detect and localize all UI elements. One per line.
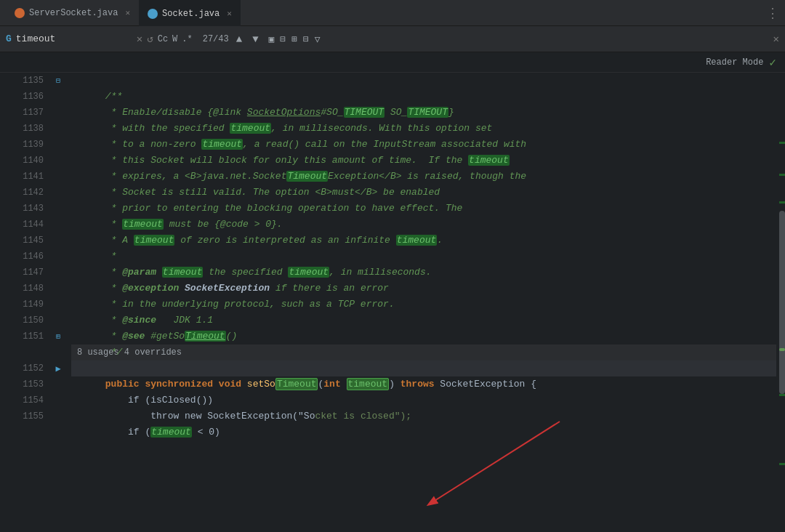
code-line-1149: * @since JDK 1.1 bbox=[71, 297, 776, 313]
token: */ bbox=[105, 347, 122, 358]
gutter-icon-1137 bbox=[51, 105, 65, 121]
code-content: /** * Enable/disable {@link SocketOption… bbox=[65, 73, 776, 532]
gutter-icon-1135[interactable]: ⊟ bbox=[51, 73, 65, 89]
code-line-1140: * expires, a <B>java.net.SocketTimeoutEx… bbox=[71, 153, 776, 169]
search-regex[interactable]: .* bbox=[182, 34, 192, 44]
gutter-icon-1151: ⊞ bbox=[51, 329, 65, 344]
line-num-1142: 1142 bbox=[0, 185, 44, 201]
line-num-1147: 1147 bbox=[0, 265, 44, 281]
line-num-1141: 1141 bbox=[0, 169, 44, 185]
fold-icon[interactable]: ⊟ bbox=[56, 76, 60, 85]
search-whole-word[interactable]: W bbox=[172, 34, 177, 44]
search-prev-button[interactable]: ▲ bbox=[233, 33, 245, 45]
code-line-1151: */ bbox=[71, 329, 776, 344]
line-num-1146: 1146 bbox=[0, 249, 44, 265]
code-line-1137: * with the specified timeout, in millise… bbox=[71, 105, 776, 121]
code-line-1138: * to a non-zero timeout, a read() call o… bbox=[71, 121, 776, 137]
code-line-1136: * Enable/disable {@link SocketOptions#SO… bbox=[71, 89, 776, 105]
tab-more-button[interactable]: ⋮ bbox=[766, 5, 779, 21]
tab-server-socket[interactable]: ServerSocket.java ✕ bbox=[6, 0, 139, 26]
tab-socket-label: Socket.java bbox=[162, 9, 220, 19]
reader-mode-button[interactable]: Reader Mode bbox=[706, 57, 763, 68]
search-options: ▣ ⊟ ⊞ ⊟ ▽ bbox=[269, 33, 321, 45]
line-num-1143: 1143 bbox=[0, 201, 44, 217]
line-num-1151: 1151 bbox=[0, 329, 44, 344]
scrollbar[interactable] bbox=[776, 73, 785, 532]
line-num-1149: 1149 bbox=[0, 297, 44, 313]
code-line-1146: * @param timeout the specified timeout, … bbox=[71, 249, 776, 265]
line-num-1144: 1144 bbox=[0, 217, 44, 233]
search-close-button[interactable]: ✕ bbox=[773, 33, 779, 45]
search-replace-button[interactable]: ↺ bbox=[147, 33, 153, 45]
code-line-1141: * Socket is still valid. The option <B>m… bbox=[71, 169, 776, 185]
line-num-1137: 1137 bbox=[0, 105, 44, 121]
gutter-icon-1142 bbox=[51, 185, 65, 201]
search-funnel-icon[interactable]: ▽ bbox=[315, 33, 321, 45]
search-clear-button[interactable]: ✕ bbox=[137, 33, 142, 45]
search-preserve-case-icon[interactable]: ⊟ bbox=[280, 33, 286, 45]
fold-end-icon[interactable]: ⊞ bbox=[56, 332, 60, 341]
search-in-selection-icon[interactable]: ▣ bbox=[269, 33, 275, 45]
code-line-1142: * prior to entering the blocking operati… bbox=[71, 185, 776, 201]
gutter-icon-1146 bbox=[51, 249, 65, 265]
code-line-1153: if (isClosed()) bbox=[71, 376, 776, 392]
code-line-1147: * @exception SocketException if there is… bbox=[71, 265, 776, 281]
tab-server-socket-close[interactable]: ✕ bbox=[125, 8, 130, 17]
gutter-icon-1143 bbox=[51, 201, 65, 217]
code-line-1135: /** bbox=[71, 73, 776, 89]
search-icon: G bbox=[6, 33, 12, 44]
svg-line-1 bbox=[429, 422, 560, 504]
gutter-icon-1155 bbox=[51, 408, 65, 424]
gutter-icon-1141 bbox=[51, 169, 65, 185]
line-num-1138: 1138 bbox=[0, 121, 44, 137]
line-num-1152: 1152 bbox=[0, 360, 44, 376]
search-input[interactable] bbox=[16, 33, 132, 44]
gutter-icon-1136 bbox=[51, 89, 65, 105]
search-next-button[interactable]: ▼ bbox=[249, 33, 261, 45]
code-line-1155: if (timeout < 0) bbox=[71, 408, 776, 424]
token-timeout: timeout bbox=[150, 427, 192, 438]
tab-server-socket-label: ServerSocket.java bbox=[29, 8, 118, 18]
line-numbers: 1135 1136 1137 1138 1139 1140 1141 1142 … bbox=[0, 73, 51, 532]
line-num-1150: 1150 bbox=[0, 313, 44, 329]
code-line-1139: * this Socket will block for only this a… bbox=[71, 137, 776, 153]
tab-bar: ServerSocket.java ✕ Socket.java ✕ ⋮ bbox=[0, 0, 785, 26]
code-line-1150: * @see #getSoTimeout() bbox=[71, 313, 776, 329]
gutter-icons: ⊟ ⊞ ▶ bbox=[51, 73, 65, 532]
line-num-1153: 1153 bbox=[0, 376, 44, 392]
gutter-icon-1144 bbox=[51, 217, 65, 233]
gutter-icon-1147 bbox=[51, 265, 65, 281]
gutter-icon-1153 bbox=[51, 376, 65, 392]
line-num-usages: • bbox=[0, 344, 44, 360]
line-num-1155: 1155 bbox=[0, 408, 44, 424]
code-line-1148: * in the underlying protocol, such as a … bbox=[71, 281, 776, 297]
reader-mode-check-icon[interactable]: ✓ bbox=[769, 55, 776, 70]
gutter-icon-1152[interactable]: ▶ bbox=[51, 360, 65, 376]
reader-bar: Reader Mode ✓ bbox=[0, 52, 785, 73]
gutter-icon-1140 bbox=[51, 153, 65, 169]
line-num-1148: 1148 bbox=[0, 281, 44, 297]
gutter-icon-1150 bbox=[51, 313, 65, 329]
server-socket-icon bbox=[15, 8, 25, 18]
token: if ( bbox=[105, 427, 150, 438]
code-line-1143: * timeout must be {@code > 0}. bbox=[71, 201, 776, 217]
search-count: 27/43 bbox=[203, 34, 229, 44]
run-icon[interactable]: ▶ bbox=[55, 363, 60, 374]
gutter-icon-1154 bbox=[51, 392, 65, 408]
token: < 0) bbox=[192, 427, 220, 438]
search-case-sensitive[interactable]: Cc bbox=[158, 34, 168, 44]
search-multiline-icon[interactable]: ⊞ bbox=[291, 33, 297, 45]
tab-socket[interactable]: Socket.java ✕ bbox=[139, 0, 241, 26]
search-bar: G ✕ ↺ Cc W .* 27/43 ▲ ▼ ▣ ⊟ ⊞ ⊟ ▽ ✕ bbox=[0, 26, 785, 52]
code-area: 1135 1136 1137 1138 1139 1140 1141 1142 … bbox=[0, 73, 785, 532]
gutter-icon-1139 bbox=[51, 137, 65, 153]
search-filter-icon[interactable]: ⊟ bbox=[303, 33, 309, 45]
gutter-icon-1148 bbox=[51, 281, 65, 297]
tab-socket-close[interactable]: ✕ bbox=[227, 9, 232, 18]
line-num-1135: 1135 bbox=[0, 73, 44, 89]
code-line-1152: public synchronized void setSoTimeout(in… bbox=[71, 360, 776, 376]
line-num-1139: 1139 bbox=[0, 137, 44, 153]
code-line-1145: * bbox=[71, 233, 776, 249]
gutter-icon-1149 bbox=[51, 297, 65, 313]
line-num-1145: 1145 bbox=[0, 233, 44, 249]
